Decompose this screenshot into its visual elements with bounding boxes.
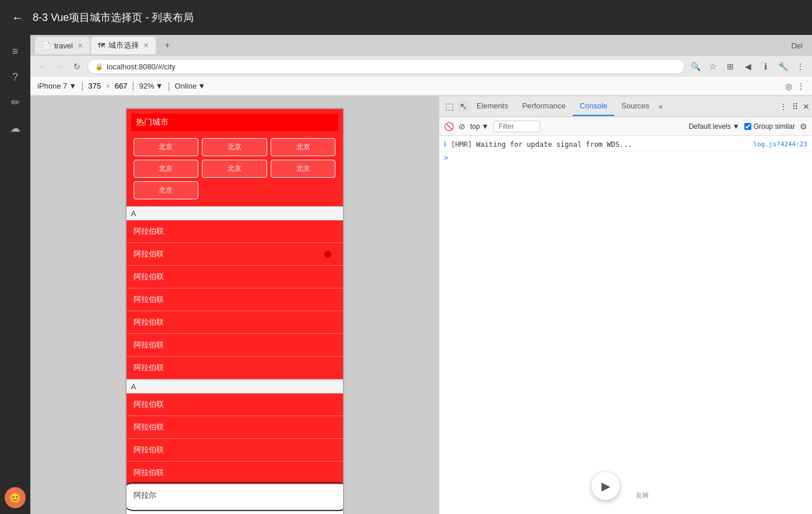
group-similar-label: Group similar — [754, 122, 795, 131]
devtools-tab-console[interactable]: Console — [573, 97, 615, 116]
back-button[interactable]: ← — [35, 59, 49, 73]
console-filter-icon[interactable]: ⊘ — [459, 122, 466, 131]
devtools-icon[interactable]: 🔧 — [776, 59, 790, 73]
console-source-link[interactable]: log.js?4244:23 — [753, 140, 807, 148]
city-item-4[interactable]: 阿拉伯联 — [127, 288, 343, 311]
content-area: 热门城市 北京 北京 北京 北京 北京 北京 北京 — [30, 96, 812, 514]
address-bar[interactable]: 🔒 localhost:8080/#/city — [88, 59, 685, 74]
capture-icon[interactable]: ◎ — [785, 82, 792, 91]
tab-console-label: Console — [580, 101, 608, 110]
city-btn-4[interactable]: 北京 — [134, 160, 199, 178]
city-item-6[interactable]: 阿拉伯联 — [127, 334, 343, 357]
city-name-6: 阿拉伯联 — [134, 340, 164, 349]
device-more-icon[interactable]: ⋮ — [797, 82, 805, 91]
new-tab-button[interactable]: + — [157, 37, 178, 54]
browser-toolbar: ← → ↻ 🔒 localhost:8080/#/city 🔍 ☆ ⊞ ◀ ℹ … — [30, 56, 812, 77]
browser-area: 📄 travel ✕ 🗺 城市选择 ✕ + Del ← → ↻ 🔒 — [30, 35, 812, 514]
device-selector[interactable]: iPhone 7 ▼ — [37, 82, 76, 90]
console-prompt[interactable]: > — [439, 152, 812, 164]
city-name-1: 阿拉伯联 — [134, 227, 164, 235]
highlighted-city-wrapper: 阿拉尔 — [127, 484, 343, 507]
console-message-hmr: ℹ [HMR] Waiting for update signal from W… — [439, 138, 812, 152]
city-name-9: 阿拉伯联 — [134, 423, 164, 431]
city-item-7[interactable]: 阿拉伯联 — [127, 357, 343, 379]
city-name-7: 阿拉伯联 — [134, 363, 164, 372]
devtools-close-button[interactable]: ✕ — [803, 102, 810, 111]
city-item-highlighted[interactable]: 阿拉尔 — [127, 484, 343, 507]
more-icon[interactable]: ⋮ — [793, 59, 807, 73]
group-similar-input[interactable] — [744, 123, 751, 130]
tab-cityselect-label: 城市选择 — [108, 40, 139, 51]
devtools-tab-sources[interactable]: Sources — [614, 97, 656, 116]
device-name: iPhone 7 — [37, 82, 67, 90]
devtools-tab-more[interactable]: » — [656, 97, 665, 115]
hot-cities-section: 热门城市 北京 北京 北京 北京 北京 北京 北京 — [127, 109, 343, 206]
highlighted-city-name: 阿拉尔 — [134, 491, 156, 499]
browser-tabs-bar: 📄 travel ✕ 🗺 城市选择 ✕ + Del — [30, 35, 812, 56]
title-bar: ← 8-3 Vue项目城市选择页 - 列表布局 — [0, 0, 812, 35]
console-settings-icon[interactable]: ⚙ — [800, 122, 807, 131]
city-btn-3[interactable]: 北京 — [271, 138, 336, 156]
star-icon[interactable]: ☆ — [706, 59, 720, 73]
devtools-settings-button[interactable]: ⋮ — [779, 102, 788, 111]
sidebar-cloud-icon[interactable]: ☁ — [5, 118, 26, 139]
lock-icon: 🔒 — [95, 63, 103, 71]
devtools-inspect-toggle[interactable]: ⬚ — [442, 101, 457, 112]
devtools-cursor-toggle[interactable]: ↖ — [457, 101, 470, 112]
console-context-selector[interactable]: top ▼ — [470, 122, 489, 131]
city-name-4: 阿拉伯联 — [134, 295, 164, 304]
sidebar-edit-icon[interactable]: ✏ — [5, 92, 26, 113]
extension3-icon[interactable]: ℹ — [758, 59, 772, 73]
city-item-3[interactable]: 阿拉伯联 — [127, 266, 343, 288]
browser-tab-cityselect[interactable]: 🗺 城市选择 ✕ — [91, 37, 156, 54]
log-level-dropdown-icon: ▼ — [733, 122, 740, 131]
group-similar-checkbox[interactable]: Group similar — [744, 122, 795, 131]
tab-travel-label: travel — [54, 41, 73, 50]
console-clear-icon[interactable]: 🚫 — [444, 122, 454, 131]
city-item-2[interactable]: 阿拉伯联 — [127, 243, 343, 266]
section-a2-label: A — [131, 382, 136, 391]
separator1: | — [81, 81, 83, 91]
devtools-more-button[interactable]: ⠿ — [792, 102, 798, 111]
forward-button[interactable]: → — [52, 59, 66, 73]
extension2-icon[interactable]: ◀ — [741, 59, 755, 73]
city-item-11[interactable]: 阿拉伯联 — [127, 462, 343, 484]
online-selector[interactable]: Online ▼ — [175, 82, 205, 90]
extension1-icon[interactable]: ⊞ — [723, 59, 737, 73]
city-btn-6[interactable]: 北京 — [271, 160, 336, 178]
sidebar-question-icon[interactable]: ? — [5, 66, 26, 87]
sidebar-avatar[interactable]: 😊 — [5, 487, 26, 508]
refresh-button[interactable]: ↻ — [70, 59, 84, 73]
log-level-selector[interactable]: Default levels ▼ — [689, 122, 740, 131]
tab-cityselect-close[interactable]: ✕ — [144, 42, 149, 50]
city-item-next[interactable]: 阿拉布 — [127, 507, 343, 514]
devtools-tabs: ⬚ ↖ Elements Performance Console Sources… — [439, 96, 812, 117]
window-back-button[interactable]: ← — [12, 11, 23, 24]
tab-travel-icon: 📄 — [42, 41, 51, 50]
city-item-8[interactable]: 阿拉伯联 — [127, 393, 343, 416]
city-item-9[interactable]: 阿拉伯联 — [127, 416, 343, 439]
search-icon[interactable]: 🔍 — [688, 59, 702, 73]
city-btn-2[interactable]: 北京 — [202, 138, 267, 156]
tab-travel-close[interactable]: ✕ — [78, 42, 83, 50]
devtools-tab-elements[interactable]: Elements — [470, 97, 515, 116]
zoom-selector[interactable]: 92% ▼ — [139, 82, 163, 90]
url-text: localhost:8080/#/city — [107, 62, 176, 71]
dot-indicator — [324, 251, 331, 258]
devtools-tab-performance[interactable]: Performance — [515, 97, 572, 116]
tab-sources-label: Sources — [621, 101, 649, 110]
city-btn-7[interactable]: 北京 — [134, 181, 199, 199]
hmr-prefix: [HMR] — [451, 140, 476, 149]
sidebar-menu-icon[interactable]: ≡ — [5, 41, 26, 62]
log-level-label: Default levels — [689, 122, 731, 131]
window-title: 8-3 Vue项目城市选择页 - 列表布局 — [33, 10, 194, 24]
filter-input[interactable] — [494, 121, 540, 132]
city-item-5[interactable]: 阿拉伯联 — [127, 311, 343, 334]
toolbar-right: 🔍 ☆ ⊞ ◀ ℹ 🔧 ⋮ — [688, 59, 807, 73]
city-btn-5[interactable]: 北京 — [202, 160, 267, 178]
city-btn-1[interactable]: 北京 — [134, 138, 199, 156]
city-item-10[interactable]: 阿拉伯联 — [127, 439, 343, 462]
browser-tab-travel[interactable]: 📄 travel ✕ — [35, 37, 90, 54]
city-item-1[interactable]: 阿拉伯联 — [127, 220, 343, 243]
browser-chrome: 📄 travel ✕ 🗺 城市选择 ✕ + Del ← → ↻ 🔒 — [30, 35, 812, 96]
